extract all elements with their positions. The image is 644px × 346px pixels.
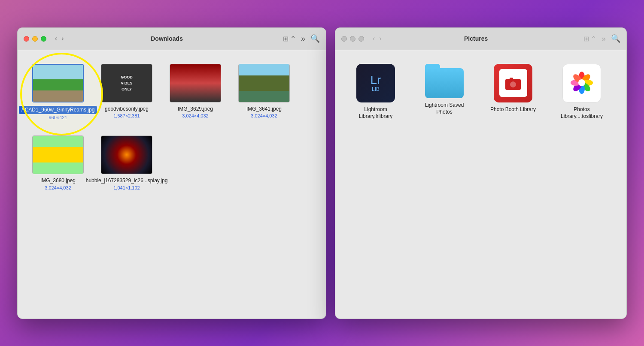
view-toggle[interactable]: ⊞ ⌃ bbox=[283, 35, 296, 43]
file-thumbnail-img3629 bbox=[170, 64, 221, 102]
file-thumbnail-img3680 bbox=[32, 135, 84, 174]
pictures-item-lightroom-saved[interactable]: Lightroom Saved Photos bbox=[414, 60, 474, 124]
close-button[interactable] bbox=[24, 36, 29, 42]
file-item-goodvibes[interactable]: GOOD VIBES ONLY goodvibesonly.jpeg 1,587… bbox=[97, 60, 157, 124]
minimize-button[interactable] bbox=[32, 36, 38, 42]
svg-point-12 bbox=[578, 79, 585, 86]
lightroom-library-icon: Lr LIB bbox=[356, 64, 395, 102]
file-name: ACAD1_960w_GinnyReams.jpg bbox=[19, 106, 97, 114]
file-dims: 1,041×1,102 bbox=[113, 185, 140, 190]
item-label: Photo Booth Library bbox=[490, 106, 536, 113]
pictures-content: Lr LIB Lightroom Library.lrlibrary Light… bbox=[335, 50, 626, 134]
maximize-button[interactable] bbox=[41, 36, 46, 42]
minimize-button-inactive[interactable] bbox=[350, 36, 355, 42]
item-label: Lightroom Library.lrlibrary bbox=[349, 106, 402, 120]
photos-library-icon bbox=[562, 64, 601, 102]
file-dims: 960×421 bbox=[49, 115, 67, 120]
file-dims: 3,024×4,032 bbox=[182, 113, 208, 118]
pictures-item-photo-booth[interactable]: Photo Booth Library bbox=[483, 60, 543, 124]
file-item-img3629[interactable]: IMG_3629.jpeg 3,024×4,032 bbox=[165, 60, 225, 124]
thumbnail-image bbox=[33, 65, 83, 102]
file-thumbnail-goodvibes: GOOD VIBES ONLY bbox=[101, 64, 152, 102]
file-dims: 3,024×4,032 bbox=[251, 113, 277, 118]
traffic-lights-inactive bbox=[341, 36, 364, 42]
maximize-button-inactive[interactable] bbox=[358, 36, 364, 42]
photo-booth-inner bbox=[499, 69, 527, 97]
lib-text: LIB bbox=[372, 86, 380, 92]
more-icon-pictures[interactable]: » bbox=[601, 34, 606, 43]
view-toggle-pictures[interactable]: ⊞ ⌃ bbox=[583, 35, 596, 43]
thumbnail-image bbox=[239, 64, 289, 102]
pictures-item-lightroom-lib[interactable]: Lr LIB Lightroom Library.lrlibrary bbox=[346, 60, 406, 124]
svg-rect-3 bbox=[510, 78, 513, 80]
file-thumbnail-acad1 bbox=[32, 64, 84, 102]
thumbnail-image bbox=[33, 136, 83, 174]
window-title-pictures: Pictures bbox=[372, 35, 580, 42]
file-name: goodvibesonly.jpeg bbox=[105, 106, 149, 113]
photos-flower-svg bbox=[568, 69, 596, 97]
lr-text: Lr bbox=[371, 74, 381, 86]
file-name: IMG_3641.jpeg bbox=[246, 106, 282, 113]
traffic-lights bbox=[24, 36, 46, 42]
close-button-inactive[interactable] bbox=[341, 36, 347, 42]
pictures-window: ‹ › Pictures ⊞ ⌃ » 🔍 Lr LIB Lightroom Li… bbox=[335, 27, 627, 319]
photo-booth-icon bbox=[494, 64, 532, 102]
lightroom-saved-folder-icon bbox=[425, 64, 464, 98]
pictures-title-bar: ‹ › Pictures ⊞ ⌃ » 🔍 bbox=[335, 28, 626, 50]
thumbnail-image bbox=[170, 64, 221, 102]
downloads-window: ‹ › Downloads ⊞ ⌃ » 🔍 ACAD1_960w_GinnyRe… bbox=[17, 27, 326, 319]
toolbar-right-pictures: ⊞ ⌃ » 🔍 bbox=[583, 34, 620, 43]
file-item-img3641[interactable]: IMG_3641.jpeg 3,024×4,032 bbox=[234, 60, 294, 124]
search-icon-pictures[interactable]: 🔍 bbox=[611, 34, 620, 43]
file-name: hubble_j167283529_ic26...splay.jpg bbox=[86, 178, 168, 184]
search-icon[interactable]: 🔍 bbox=[310, 34, 320, 43]
file-dims: 1,587×2,381 bbox=[113, 113, 140, 118]
file-name: IMG_3629.jpeg bbox=[178, 106, 213, 113]
file-name: IMG_3680.jpeg bbox=[40, 178, 76, 184]
more-icon[interactable]: » bbox=[301, 34, 305, 43]
toolbar-right: ⊞ ⌃ » 🔍 bbox=[283, 34, 320, 43]
file-thumbnail-img3641 bbox=[238, 64, 290, 102]
pictures-item-photos-lib[interactable]: Photos Library....toslibrary bbox=[552, 60, 612, 124]
downloads-content: ACAD1_960w_GinnyReams.jpg 960×421 GOOD V… bbox=[18, 50, 326, 204]
window-title: Downloads bbox=[55, 35, 279, 42]
downloads-title-bar: ‹ › Downloads ⊞ ⌃ » 🔍 bbox=[18, 28, 326, 50]
svg-point-2 bbox=[510, 81, 516, 87]
item-label: Lightroom Saved Photos bbox=[418, 102, 471, 116]
thumbnail-image: GOOD VIBES ONLY bbox=[101, 64, 152, 102]
file-dims: 3,024×4,032 bbox=[45, 185, 71, 190]
item-label: Photos Library....toslibrary bbox=[555, 106, 608, 120]
file-item-acad1[interactable]: ACAD1_960w_GinnyReams.jpg 960×421 bbox=[28, 60, 88, 124]
file-thumbnail-hubble bbox=[101, 135, 152, 174]
camera-svg bbox=[504, 75, 522, 91]
file-item-img3680[interactable]: IMG_3680.jpeg 3,024×4,032 bbox=[28, 132, 88, 194]
file-item-hubble[interactable]: hubble_j167283529_ic26...splay.jpg 1,041… bbox=[97, 132, 157, 194]
thumbnail-image bbox=[101, 136, 152, 174]
folder-body bbox=[425, 68, 464, 98]
